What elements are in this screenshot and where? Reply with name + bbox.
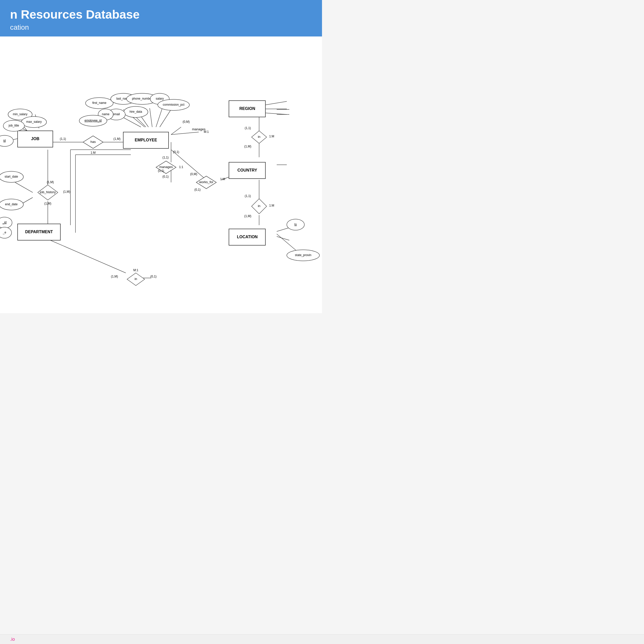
in-dept-label: in (135, 277, 137, 281)
svg-line-16 (277, 236, 289, 240)
first-name-text: first_name (92, 101, 106, 105)
hire-data-text: hire_data (130, 110, 142, 113)
min-salary-text: min_salary (13, 112, 27, 116)
svg-line-15 (277, 228, 289, 231)
in-country-label: in (258, 204, 260, 208)
has-card-bottom: 1:M (91, 151, 96, 154)
svg-line-36 (156, 108, 162, 127)
works-for-bottom-left: (0,1) (194, 188, 201, 191)
dept-e-text: _e (3, 231, 6, 234)
job-history-card-top: (1,M) (47, 180, 54, 184)
location-label: LOCATION (237, 235, 258, 239)
in-country-card-bottom: (1,M) (244, 214, 251, 218)
manages-top-label: manages (192, 127, 206, 131)
page-subtitle: cation (10, 23, 312, 31)
manages-mid-top: (1,1) (163, 156, 169, 159)
svg-line-37 (160, 109, 171, 127)
in-region-card-right: 1:M (269, 135, 274, 138)
email-text: email (113, 112, 120, 116)
department-label: DEPARTMENT (25, 230, 53, 234)
manages-top-card: (0,M) (183, 120, 190, 124)
works-for-right-card: 1:M (220, 177, 225, 181)
in-region-label: in (258, 135, 260, 139)
manages-mid-right: 1:1 (179, 165, 183, 169)
country-label: COUNTRY (237, 168, 257, 172)
manages-mid-bottom: (0,1) (163, 175, 169, 178)
job-title-text: job_title (8, 124, 19, 127)
in-dept-card-top: M:1 (133, 268, 138, 272)
has-label: has (91, 140, 96, 144)
svg-line-3 (171, 132, 199, 135)
in-country-card-right: 1:M (269, 204, 274, 207)
manages-mid-label: manages (159, 165, 173, 169)
job-history-card-bottom: (1,M) (44, 202, 51, 205)
works-for-top-card: (0,M) (190, 172, 197, 176)
name-text: name (102, 112, 109, 116)
max-salary-text: max_salary (26, 120, 42, 124)
commission-text: commission_pct (163, 103, 185, 106)
in-country-card-top: (1,1) (245, 194, 251, 198)
job-id-attr (0, 135, 13, 146)
end-date-text: end_date (5, 203, 18, 206)
header: n Resources Database cation (0, 0, 322, 36)
loc-id-text: lo (294, 223, 297, 226)
employee-id-text: employee_id (85, 119, 102, 122)
employee-label: EMPLOYEE (135, 138, 157, 142)
salary-text: salary (156, 97, 164, 100)
manages-top-card3: (0,1) (173, 150, 179, 154)
region-label: REGION (239, 106, 255, 111)
page-title: n Resources Database (10, 8, 312, 21)
svg-line-26 (50, 240, 126, 273)
job-label: JOB (31, 137, 39, 141)
in-dept-card-left: (1,M) (111, 275, 118, 278)
has-card-left: (1,1) (60, 137, 66, 141)
job-id-text: id (3, 139, 6, 142)
start-date-text: start_date (5, 175, 18, 178)
svg-line-39 (265, 101, 287, 105)
state-province-text: state_provin (295, 253, 311, 257)
phone-number-text: phone_number (132, 97, 152, 100)
job-history-card-right: (1,M) (63, 190, 70, 193)
svg-line-35 (150, 108, 152, 127)
svg-line-6 (171, 150, 206, 180)
in-region-card-bottom: (1,M) (244, 145, 251, 148)
in-dept-card-right: (0,1) (150, 275, 157, 278)
svg-line-2 (171, 127, 181, 135)
emp-manages-card: (0,1) (158, 169, 164, 173)
has-card-right: (1,M) (113, 137, 120, 141)
diagram-area: EMPLOYEE JOB DEPARTMENT REGION COUNTRY L… (0, 36, 322, 313)
works-for-label: works_for (199, 180, 214, 184)
svg-line-41 (265, 113, 287, 114)
in-region-card-top: (1,1) (245, 126, 251, 130)
job-history-label: job_history (40, 190, 56, 194)
svg-line-24 (15, 182, 33, 192)
dept-id-text: _id (2, 221, 7, 224)
